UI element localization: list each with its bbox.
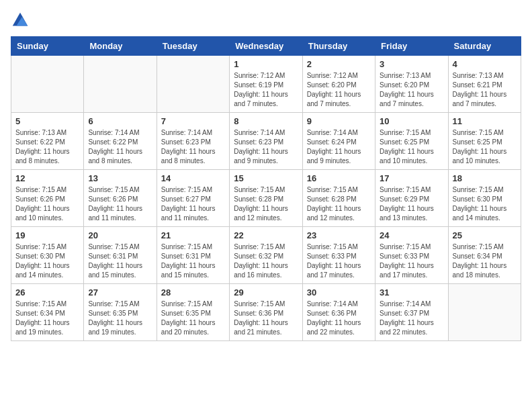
day-info: Sunrise: 7:15 AMSunset: 6:27 PMDaylight:… (161, 185, 225, 223)
day-number: 23 (307, 230, 371, 240)
calendar-cell: 17Sunrise: 7:15 AMSunset: 6:29 PMDayligh… (375, 170, 448, 227)
day-info: Sunrise: 7:15 AMSunset: 6:33 PMDaylight:… (307, 242, 371, 280)
day-number: 6 (88, 116, 152, 126)
day-info: Sunrise: 7:15 AMSunset: 6:32 PMDaylight:… (234, 242, 298, 280)
calendar-cell: 20Sunrise: 7:15 AMSunset: 6:31 PMDayligh… (84, 227, 157, 284)
day-number: 1 (234, 59, 298, 69)
calendar-cell (448, 284, 521, 341)
calendar-cell: 15Sunrise: 7:15 AMSunset: 6:28 PMDayligh… (230, 170, 302, 227)
calendar-header-sunday: Sunday (11, 37, 84, 56)
day-number: 2 (307, 59, 371, 69)
calendar-cell: 31Sunrise: 7:14 AMSunset: 6:37 PMDayligh… (375, 284, 448, 341)
day-number: 10 (380, 116, 443, 126)
day-info: Sunrise: 7:15 AMSunset: 6:34 PMDaylight:… (453, 242, 517, 280)
calendar-cell: 28Sunrise: 7:15 AMSunset: 6:35 PMDayligh… (157, 284, 229, 341)
calendar-cell (11, 56, 84, 113)
calendar-cell: 27Sunrise: 7:15 AMSunset: 6:35 PMDayligh… (84, 284, 157, 341)
day-number: 13 (88, 173, 152, 183)
day-number: 31 (380, 287, 443, 298)
day-info: Sunrise: 7:13 AMSunset: 6:21 PMDaylight:… (453, 71, 517, 109)
day-info: Sunrise: 7:14 AMSunset: 6:24 PMDaylight:… (307, 128, 371, 166)
week-row-3: 12Sunrise: 7:15 AMSunset: 6:26 PMDayligh… (11, 170, 521, 227)
week-row-2: 5Sunrise: 7:13 AMSunset: 6:22 PMDaylight… (11, 113, 521, 170)
calendar-cell: 6Sunrise: 7:14 AMSunset: 6:22 PMDaylight… (84, 113, 157, 170)
day-info: Sunrise: 7:12 AMSunset: 6:19 PMDaylight:… (234, 71, 298, 109)
day-number: 24 (380, 230, 443, 240)
day-info: Sunrise: 7:15 AMSunset: 6:28 PMDaylight:… (307, 185, 371, 223)
day-info: Sunrise: 7:12 AMSunset: 6:20 PMDaylight:… (307, 71, 371, 109)
day-info: Sunrise: 7:15 AMSunset: 6:28 PMDaylight:… (234, 185, 298, 223)
day-info: Sunrise: 7:13 AMSunset: 6:22 PMDaylight:… (15, 128, 79, 166)
calendar-cell: 23Sunrise: 7:15 AMSunset: 6:33 PMDayligh… (302, 227, 375, 284)
day-number: 19 (15, 230, 79, 240)
calendar-cell: 21Sunrise: 7:15 AMSunset: 6:31 PMDayligh… (157, 227, 229, 284)
calendar-cell: 14Sunrise: 7:15 AMSunset: 6:27 PMDayligh… (157, 170, 229, 227)
day-info: Sunrise: 7:13 AMSunset: 6:20 PMDaylight:… (380, 71, 443, 109)
calendar-cell: 25Sunrise: 7:15 AMSunset: 6:34 PMDayligh… (448, 227, 521, 284)
logo-icon (11, 11, 30, 30)
day-number: 8 (234, 116, 298, 126)
day-number: 30 (307, 287, 371, 298)
day-info: Sunrise: 7:15 AMSunset: 6:26 PMDaylight:… (88, 185, 152, 223)
calendar-cell: 13Sunrise: 7:15 AMSunset: 6:26 PMDayligh… (84, 170, 157, 227)
day-number: 4 (453, 59, 517, 69)
calendar-cell: 18Sunrise: 7:15 AMSunset: 6:30 PMDayligh… (448, 170, 521, 227)
day-number: 20 (88, 230, 152, 240)
calendar-cell: 8Sunrise: 7:14 AMSunset: 6:23 PMDaylight… (230, 113, 302, 170)
week-row-5: 26Sunrise: 7:15 AMSunset: 6:34 PMDayligh… (11, 284, 521, 341)
day-info: Sunrise: 7:15 AMSunset: 6:31 PMDaylight:… (161, 242, 225, 280)
week-row-1: 1Sunrise: 7:12 AMSunset: 6:19 PMDaylight… (11, 56, 521, 113)
calendar-header-wednesday: Wednesday (230, 37, 302, 56)
day-number: 18 (453, 173, 517, 183)
calendar-cell: 2Sunrise: 7:12 AMSunset: 6:20 PMDaylight… (302, 56, 375, 113)
calendar-header-friday: Friday (375, 37, 448, 56)
day-number: 15 (234, 173, 298, 183)
week-row-4: 19Sunrise: 7:15 AMSunset: 6:30 PMDayligh… (11, 227, 521, 284)
page-header (11, 11, 521, 30)
calendar-cell: 9Sunrise: 7:14 AMSunset: 6:24 PMDaylight… (302, 113, 375, 170)
day-number: 12 (15, 173, 79, 183)
day-info: Sunrise: 7:15 AMSunset: 6:34 PMDaylight:… (15, 300, 79, 337)
calendar-cell: 11Sunrise: 7:15 AMSunset: 6:25 PMDayligh… (448, 113, 521, 170)
day-number: 17 (380, 173, 443, 183)
day-info: Sunrise: 7:15 AMSunset: 6:35 PMDaylight:… (161, 300, 225, 337)
calendar-cell: 5Sunrise: 7:13 AMSunset: 6:22 PMDaylight… (11, 113, 84, 170)
day-info: Sunrise: 7:15 AMSunset: 6:30 PMDaylight:… (453, 185, 517, 223)
day-info: Sunrise: 7:14 AMSunset: 6:37 PMDaylight:… (380, 300, 443, 337)
day-info: Sunrise: 7:14 AMSunset: 6:22 PMDaylight:… (88, 128, 152, 166)
calendar-header-saturday: Saturday (448, 37, 521, 56)
day-number: 14 (161, 173, 225, 183)
day-info: Sunrise: 7:14 AMSunset: 6:23 PMDaylight:… (234, 128, 298, 166)
day-number: 3 (380, 59, 443, 69)
calendar: SundayMondayTuesdayWednesdayThursdayFrid… (11, 36, 521, 341)
day-info: Sunrise: 7:15 AMSunset: 6:29 PMDaylight:… (380, 185, 443, 223)
day-number: 27 (88, 287, 152, 298)
calendar-header-thursday: Thursday (302, 37, 375, 56)
day-number: 16 (307, 173, 371, 183)
day-info: Sunrise: 7:15 AMSunset: 6:31 PMDaylight:… (88, 242, 152, 280)
calendar-cell: 26Sunrise: 7:15 AMSunset: 6:34 PMDayligh… (11, 284, 84, 341)
logo (11, 11, 31, 30)
day-number: 11 (453, 116, 517, 126)
day-number: 9 (307, 116, 371, 126)
day-number: 26 (15, 287, 79, 298)
calendar-cell: 1Sunrise: 7:12 AMSunset: 6:19 PMDaylight… (230, 56, 302, 113)
calendar-cell: 12Sunrise: 7:15 AMSunset: 6:26 PMDayligh… (11, 170, 84, 227)
day-info: Sunrise: 7:15 AMSunset: 6:35 PMDaylight:… (88, 300, 152, 337)
calendar-header-monday: Monday (84, 37, 157, 56)
calendar-cell: 4Sunrise: 7:13 AMSunset: 6:21 PMDaylight… (448, 56, 521, 113)
day-number: 21 (161, 230, 225, 240)
day-info: Sunrise: 7:15 AMSunset: 6:25 PMDaylight:… (453, 128, 517, 166)
day-info: Sunrise: 7:15 AMSunset: 6:26 PMDaylight:… (15, 185, 79, 223)
calendar-cell: 30Sunrise: 7:14 AMSunset: 6:36 PMDayligh… (302, 284, 375, 341)
day-number: 29 (234, 287, 298, 298)
day-number: 5 (15, 116, 79, 126)
calendar-cell: 19Sunrise: 7:15 AMSunset: 6:30 PMDayligh… (11, 227, 84, 284)
calendar-cell: 7Sunrise: 7:14 AMSunset: 6:23 PMDaylight… (157, 113, 229, 170)
day-number: 22 (234, 230, 298, 240)
calendar-header-row: SundayMondayTuesdayWednesdayThursdayFrid… (11, 37, 521, 56)
day-info: Sunrise: 7:15 AMSunset: 6:36 PMDaylight:… (234, 300, 298, 337)
day-info: Sunrise: 7:14 AMSunset: 6:36 PMDaylight:… (307, 300, 371, 337)
calendar-cell: 22Sunrise: 7:15 AMSunset: 6:32 PMDayligh… (230, 227, 302, 284)
day-info: Sunrise: 7:15 AMSunset: 6:30 PMDaylight:… (15, 242, 79, 280)
